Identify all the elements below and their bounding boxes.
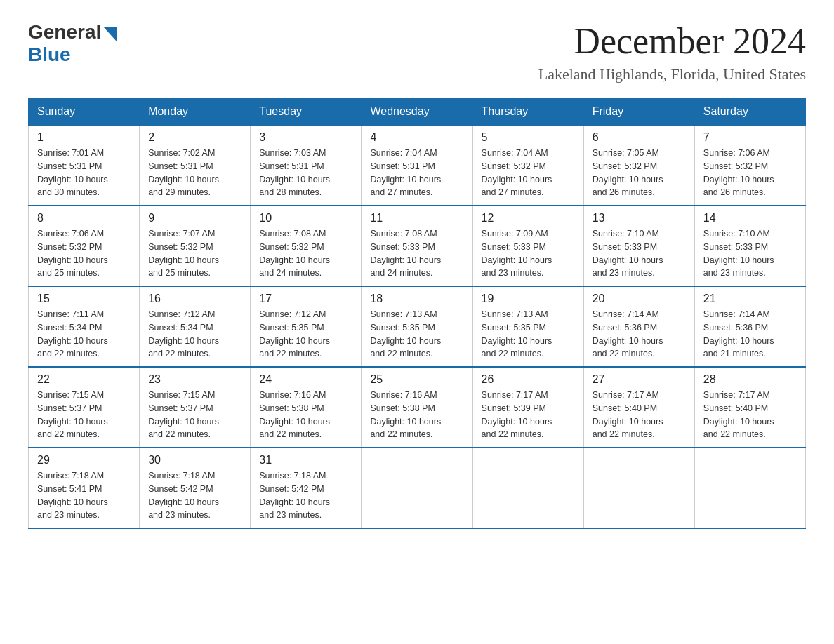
day-number: 16 (148, 293, 241, 305)
col-monday: Monday (140, 98, 251, 126)
calendar-cell: 4 Sunrise: 7:04 AMSunset: 5:31 PMDayligh… (362, 126, 472, 206)
calendar-cell: 17 Sunrise: 7:12 AMSunset: 5:35 PMDaylig… (251, 286, 362, 367)
day-number: 23 (148, 373, 241, 386)
day-info: Sunrise: 7:10 AMSunset: 5:33 PMDaylight:… (703, 229, 774, 278)
calendar-cell: 5 Sunrise: 7:04 AMSunset: 5:32 PMDayligh… (472, 126, 583, 206)
day-number: 11 (370, 212, 463, 224)
day-number: 26 (482, 373, 575, 386)
calendar-cell: 2 Sunrise: 7:02 AMSunset: 5:31 PMDayligh… (140, 126, 251, 206)
day-info: Sunrise: 7:15 AMSunset: 5:37 PMDaylight:… (37, 390, 108, 439)
day-info: Sunrise: 7:12 AMSunset: 5:35 PMDaylight:… (259, 309, 330, 358)
day-info: Sunrise: 7:09 AMSunset: 5:33 PMDaylight:… (482, 229, 552, 278)
day-number: 4 (370, 131, 463, 144)
day-number: 24 (259, 373, 352, 386)
calendar-cell: 6 Sunrise: 7:05 AMSunset: 5:32 PMDayligh… (583, 126, 694, 206)
col-tuesday: Tuesday (251, 98, 362, 126)
day-info: Sunrise: 7:06 AMSunset: 5:32 PMDaylight:… (37, 229, 108, 278)
day-info: Sunrise: 7:13 AMSunset: 5:35 PMDaylight:… (370, 309, 441, 358)
day-number: 18 (370, 293, 463, 305)
day-info: Sunrise: 7:18 AMSunset: 5:42 PMDaylight:… (148, 471, 219, 520)
day-number: 9 (148, 212, 241, 224)
day-number: 22 (37, 373, 131, 386)
day-number: 8 (37, 212, 131, 224)
day-number: 15 (37, 293, 131, 305)
day-info: Sunrise: 7:04 AMSunset: 5:31 PMDaylight:… (370, 148, 441, 197)
calendar-cell: 28 Sunrise: 7:17 AMSunset: 5:40 PMDaylig… (694, 367, 805, 448)
day-info: Sunrise: 7:02 AMSunset: 5:31 PMDaylight:… (148, 148, 219, 197)
day-info: Sunrise: 7:07 AMSunset: 5:32 PMDaylight:… (148, 229, 219, 278)
day-number: 28 (703, 373, 797, 386)
calendar-cell: 10 Sunrise: 7:08 AMSunset: 5:32 PMDaylig… (251, 206, 362, 286)
calendar-cell: 8 Sunrise: 7:06 AMSunset: 5:32 PMDayligh… (29, 206, 140, 286)
day-number: 29 (37, 454, 131, 467)
calendar-cell: 18 Sunrise: 7:13 AMSunset: 5:35 PMDaylig… (362, 286, 472, 367)
day-info: Sunrise: 7:14 AMSunset: 5:36 PMDaylight:… (593, 309, 663, 358)
day-number: 13 (593, 212, 686, 224)
day-number: 30 (148, 454, 241, 467)
day-info: Sunrise: 7:03 AMSunset: 5:31 PMDaylight:… (259, 148, 330, 197)
week-row-1: 1 Sunrise: 7:01 AMSunset: 5:31 PMDayligh… (29, 126, 806, 206)
logo-general-text: General (28, 21, 101, 43)
calendar-cell: 12 Sunrise: 7:09 AMSunset: 5:33 PMDaylig… (472, 206, 583, 286)
day-number: 10 (259, 212, 352, 224)
calendar-cell: 22 Sunrise: 7:15 AMSunset: 5:37 PMDaylig… (29, 367, 140, 448)
calendar-cell: 9 Sunrise: 7:07 AMSunset: 5:32 PMDayligh… (140, 206, 251, 286)
day-number: 12 (482, 212, 575, 224)
day-info: Sunrise: 7:08 AMSunset: 5:33 PMDaylight:… (370, 229, 441, 278)
day-info: Sunrise: 7:17 AMSunset: 5:40 PMDaylight:… (703, 390, 774, 439)
day-number: 19 (482, 293, 575, 305)
day-info: Sunrise: 7:14 AMSunset: 5:36 PMDaylight:… (703, 309, 774, 358)
calendar-cell: 11 Sunrise: 7:08 AMSunset: 5:33 PMDaylig… (362, 206, 472, 286)
calendar-cell: 27 Sunrise: 7:17 AMSunset: 5:40 PMDaylig… (583, 367, 694, 448)
day-number: 27 (593, 373, 686, 386)
calendar-subtitle: Lakeland Highlands, Florida, United Stat… (538, 65, 806, 83)
calendar-cell: 24 Sunrise: 7:16 AMSunset: 5:38 PMDaylig… (251, 367, 362, 448)
col-saturday: Saturday (694, 98, 805, 126)
calendar-cell: 19 Sunrise: 7:13 AMSunset: 5:35 PMDaylig… (472, 286, 583, 367)
calendar-title: December 2024 (538, 21, 806, 61)
calendar-cell: 30 Sunrise: 7:18 AMSunset: 5:42 PMDaylig… (140, 448, 251, 528)
col-thursday: Thursday (472, 98, 583, 126)
day-info: Sunrise: 7:05 AMSunset: 5:32 PMDaylight:… (593, 148, 663, 197)
calendar-cell: 25 Sunrise: 7:16 AMSunset: 5:38 PMDaylig… (362, 367, 472, 448)
calendar-cell: 14 Sunrise: 7:10 AMSunset: 5:33 PMDaylig… (694, 206, 805, 286)
day-number: 17 (259, 293, 352, 305)
calendar-cell: 15 Sunrise: 7:11 AMSunset: 5:34 PMDaylig… (29, 286, 140, 367)
calendar-cell: 13 Sunrise: 7:10 AMSunset: 5:33 PMDaylig… (583, 206, 694, 286)
col-wednesday: Wednesday (362, 98, 472, 126)
week-row-2: 8 Sunrise: 7:06 AMSunset: 5:32 PMDayligh… (29, 206, 806, 286)
logo-blue-text: Blue (28, 43, 71, 66)
calendar-cell: 3 Sunrise: 7:03 AMSunset: 5:31 PMDayligh… (251, 126, 362, 206)
header-row: Sunday Monday Tuesday Wednesday Thursday… (29, 98, 806, 126)
col-sunday: Sunday (29, 98, 140, 126)
calendar-cell (362, 448, 472, 528)
logo-arrow-icon (103, 27, 117, 42)
day-number: 21 (703, 293, 797, 305)
logo: General Blue (28, 21, 117, 66)
day-info: Sunrise: 7:06 AMSunset: 5:32 PMDaylight:… (703, 148, 774, 197)
day-info: Sunrise: 7:01 AMSunset: 5:31 PMDaylight:… (37, 148, 108, 197)
page-container: General Blue December 2024 Lakeland High… (28, 21, 806, 529)
title-area: December 2024 Lakeland Highlands, Florid… (538, 21, 806, 83)
col-friday: Friday (583, 98, 694, 126)
day-info: Sunrise: 7:16 AMSunset: 5:38 PMDaylight:… (370, 390, 441, 439)
week-row-5: 29 Sunrise: 7:18 AMSunset: 5:41 PMDaylig… (29, 448, 806, 528)
day-info: Sunrise: 7:18 AMSunset: 5:41 PMDaylight:… (37, 471, 108, 520)
calendar-cell: 23 Sunrise: 7:15 AMSunset: 5:37 PMDaylig… (140, 367, 251, 448)
day-info: Sunrise: 7:13 AMSunset: 5:35 PMDaylight:… (482, 309, 552, 358)
day-number: 25 (370, 373, 463, 386)
day-number: 1 (37, 131, 131, 144)
calendar-cell: 16 Sunrise: 7:12 AMSunset: 5:34 PMDaylig… (140, 286, 251, 367)
day-info: Sunrise: 7:08 AMSunset: 5:32 PMDaylight:… (259, 229, 330, 278)
calendar-cell: 21 Sunrise: 7:14 AMSunset: 5:36 PMDaylig… (694, 286, 805, 367)
day-info: Sunrise: 7:11 AMSunset: 5:34 PMDaylight:… (37, 309, 108, 358)
day-number: 14 (703, 212, 797, 224)
day-info: Sunrise: 7:04 AMSunset: 5:32 PMDaylight:… (482, 148, 552, 197)
calendar-table: Sunday Monday Tuesday Wednesday Thursday… (28, 98, 806, 529)
day-info: Sunrise: 7:17 AMSunset: 5:40 PMDaylight:… (593, 390, 663, 439)
day-info: Sunrise: 7:18 AMSunset: 5:42 PMDaylight:… (259, 471, 330, 520)
day-number: 20 (593, 293, 686, 305)
calendar-cell: 31 Sunrise: 7:18 AMSunset: 5:42 PMDaylig… (251, 448, 362, 528)
day-number: 5 (482, 131, 575, 144)
calendar-cell (583, 448, 694, 528)
